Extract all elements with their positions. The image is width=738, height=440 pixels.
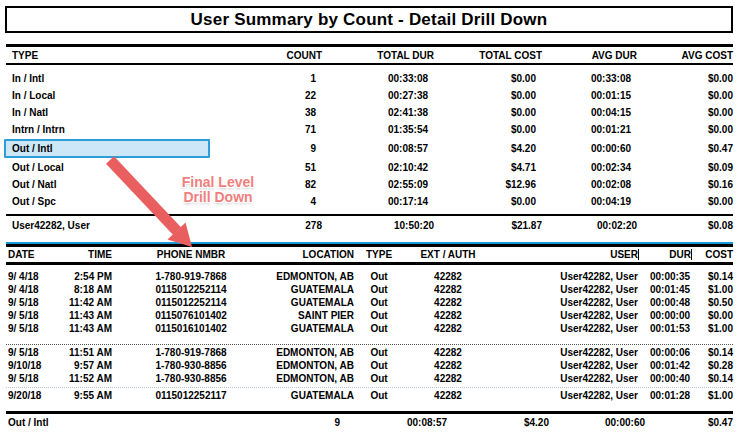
detail-cell-cost: $1.00	[690, 390, 733, 401]
summary-cell-count: 9	[231, 143, 316, 154]
detail-footer-label: Out / Intl	[6, 417, 233, 428]
summary-row[interactable]: Intrn / Intrn 71 01:35:54 $0.00 00:01:21…	[6, 121, 733, 138]
detail-cell-date: 9/ 4/18	[6, 284, 56, 295]
detail-footer-avg-dur: 00:00:60	[549, 417, 645, 428]
summary-cell-total-cost: $12.96	[428, 179, 536, 190]
summary-row[interactable]: In / Local 22 00:27:38 $0.00 00:01:15 $0…	[6, 87, 733, 104]
detail-cell-ext-auth: 42282	[404, 373, 492, 384]
detail-cell-location: EDMONTON, AB	[270, 347, 354, 358]
detail-cell-cost: $0.28	[690, 360, 733, 371]
detail-cell-date: 9/ 5/18	[6, 323, 56, 334]
detail-cell-user: User42282, User	[492, 373, 638, 384]
summary-cell-total-cost: $0.00	[428, 73, 536, 84]
summary-cell-total-cost: $4.20	[428, 143, 536, 154]
detail-cell-dur: 00:00:35	[638, 271, 690, 282]
detail-row: 9/ 5/18 11:43 AM 0115016101402 GUATEMALA…	[6, 322, 733, 335]
detail-cell-time: 11:51 AM	[56, 347, 112, 358]
summary-cell-total-dur: 00:33:08	[316, 73, 428, 84]
summary-cell-avg-cost: $0.16	[631, 179, 733, 190]
detail-cell-dur: 00:00:06	[638, 347, 690, 358]
summary-table: TYPE COUNT TOTAL DUR TOTAL COST AVG DUR …	[6, 44, 733, 431]
detail-cell-cost: $0.14	[690, 373, 733, 384]
detail-cell-cost: $0.14	[690, 347, 733, 358]
detail-cell-ext-auth: 42282	[404, 390, 492, 401]
detail-header-time: TIME	[56, 249, 112, 260]
summary-cell-count: 38	[231, 107, 316, 118]
summary-cell-count: 22	[231, 90, 316, 101]
summary-cell-avg-cost: $0.00	[631, 90, 733, 101]
detail-cell-user: User42282, User	[492, 310, 638, 321]
detail-cell-cost: $0.50	[690, 297, 733, 308]
detail-row: 9/10/18 9:57 AM 1-780-930-8856 EDMONTON,…	[6, 359, 733, 372]
summary-row[interactable]: Out / Intl 9 00:08:57 $4.20 00:00:60 $0.…	[6, 138, 733, 159]
row-type-label: In / Local	[6, 90, 55, 101]
detail-cell-phone: 0115076101402	[112, 310, 270, 321]
detail-cell-phone: 1-780-930-8856	[112, 373, 270, 384]
summary-cell-avg-cost: $0.00	[631, 124, 733, 135]
detail-cell-dur: 00:00:40	[638, 373, 690, 384]
detail-header-date: DATE	[6, 249, 56, 260]
detail-footer-row: Out / Intl 9 00:08:57 $4.20 00:00:60 $0.…	[6, 411, 733, 431]
detail-cell-user: User42282, User	[492, 390, 638, 401]
detail-cell-dur: 00:01:42	[638, 360, 690, 371]
detail-header-dur: DUR	[638, 249, 691, 260]
summary-cell-total-dur: 02:55:09	[316, 179, 428, 190]
detail-cell-type: Out	[354, 390, 404, 401]
summary-total-label: User42282, User	[6, 220, 237, 231]
summary-cell-avg-dur: 00:01:15	[536, 90, 631, 101]
detail-cell-ext-auth: 42282	[404, 297, 492, 308]
detail-cell-user: User42282, User	[492, 347, 638, 358]
detail-cell-time: 11:42 AM	[56, 297, 112, 308]
detail-cell-dur: 00:01:28	[638, 390, 690, 401]
row-type-label: In / Intl	[6, 73, 44, 84]
detail-cell-user: User42282, User	[492, 271, 638, 282]
detail-footer-total-dur: 00:08:57	[340, 417, 447, 428]
detail-cell-phone: 1-780-919-7868	[112, 271, 270, 282]
summary-cell-avg-cost: $0.00	[631, 196, 733, 207]
detail-cell-ext-auth: 42282	[404, 284, 492, 295]
detail-cell-type: Out	[354, 360, 404, 371]
detail-cell-phone: 0115012252117	[112, 390, 270, 401]
detail-cell-location: GUATEMALA	[270, 323, 354, 334]
detail-cell-date: 9/ 5/18	[6, 347, 56, 358]
summary-row[interactable]: Out / Natl 82 02:55:09 $12.96 00:02:08 $…	[6, 176, 733, 193]
detail-cell-time: 11:43 AM	[56, 323, 112, 334]
detail-cell-date: 9/ 5/18	[6, 310, 56, 321]
summary-cell-avg-cost: $0.47	[631, 143, 733, 154]
summary-header-avg-dur: AVG DUR	[542, 50, 637, 61]
summary-cell-count: 71	[231, 124, 316, 135]
summary-row[interactable]: In / Natl 38 02:41:38 $0.00 00:04:15 $0.…	[6, 104, 733, 121]
detail-cell-location: GUATEMALA	[270, 284, 354, 295]
detail-cell-dur: 00:01:53	[638, 323, 690, 334]
summary-header-type: TYPE	[6, 50, 237, 61]
summary-cell-type: Out / Intl	[6, 139, 231, 158]
summary-header-total-dur: TOTAL DUR	[322, 50, 434, 61]
summary-cell-avg-dur: 00:33:08	[536, 73, 631, 84]
summary-cell-total-dur: 01:35:54	[316, 124, 428, 135]
report-title: User Summary by Count - Detail Drill Dow…	[5, 6, 733, 33]
detail-cell-location: EDMONTON, AB	[270, 373, 354, 384]
detail-cell-type: Out	[354, 347, 404, 358]
summary-row[interactable]: Out / Spc 4 00:17:14 $0.00 00:04:19 $0.0…	[6, 193, 733, 210]
detail-cell-ext-auth: 42282	[404, 310, 492, 321]
detail-cell-dur: 00:00:00	[638, 310, 690, 321]
summary-cell-avg-dur: 00:04:15	[536, 107, 631, 118]
row-type-label: Out / Spc	[6, 196, 56, 207]
detail-cell-time: 9:57 AM	[56, 360, 112, 371]
report-page: User Summary by Count - Detail Drill Dow…	[0, 0, 738, 440]
summary-cell-total-cost: $0.00	[428, 90, 536, 101]
row-type-label: Out / Intl	[4, 139, 210, 158]
summary-rows: In / Intl 1 00:33:08 $0.00 00:33:08 $0.0…	[6, 65, 733, 210]
detail-table-header: DATE TIME PHONE NMBR LOCATION TYPE EXT /…	[6, 247, 733, 265]
summary-cell-total-cost: $0.00	[428, 124, 536, 135]
detail-cell-time: 9:55 AM	[56, 390, 112, 401]
summary-row[interactable]: In / Intl 1 00:33:08 $0.00 00:33:08 $0.0…	[6, 70, 733, 87]
summary-cell-count: 51	[231, 162, 316, 173]
summary-cell-count: 1	[231, 73, 316, 84]
summary-cell-avg-cost: $0.00	[631, 107, 733, 118]
detail-cell-time: 8:18 AM	[56, 284, 112, 295]
summary-row[interactable]: Out / Local 51 02:10:42 $4.71 00:02:34 $…	[6, 159, 733, 176]
detail-cell-phone: 1-780-930-8856	[112, 360, 270, 371]
summary-cell-total-cost: $0.00	[428, 107, 536, 118]
summary-total-avg-dur: 00:02:20	[542, 220, 637, 231]
